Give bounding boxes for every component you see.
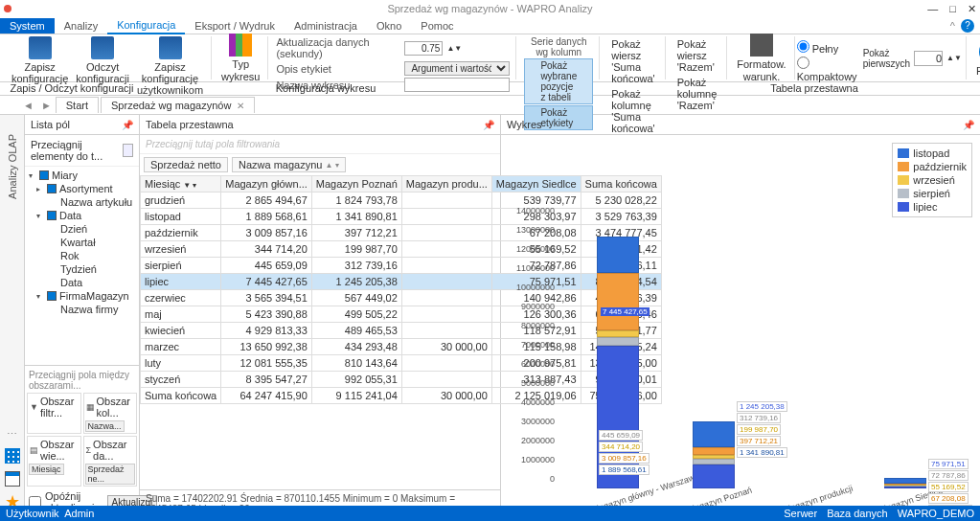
- pivot-cell[interactable]: [401, 193, 491, 209]
- pivot-cell[interactable]: 992 055,31: [311, 372, 401, 388]
- pivot-cell[interactable]: 3 009 857,16: [221, 225, 312, 241]
- menu-analizy[interactable]: Analizy: [55, 18, 107, 34]
- pivot-cell[interactable]: [401, 274, 491, 290]
- pivot-rowfield[interactable]: Miesiąc ▼ ▾: [141, 176, 221, 193]
- help-icon[interactable]: ?: [961, 19, 974, 33]
- pivot-cell[interactable]: 810 143,64: [311, 355, 401, 372]
- update-seconds-input[interactable]: [404, 41, 443, 56]
- pivot-colfield-chip[interactable]: Nazwa magazynu ▲ ▾: [232, 157, 346, 172]
- radio-full[interactable]: Pełny: [797, 40, 857, 55]
- pivot-row-label[interactable]: sierpień: [141, 258, 221, 274]
- pivot-cell[interactable]: 1 341 890,81: [311, 209, 401, 225]
- pivot-col-header[interactable]: Magazyn Poznań: [311, 176, 401, 193]
- tree-node[interactable]: ▾Data: [25, 209, 139, 222]
- pivot-row-label[interactable]: luty: [141, 355, 221, 372]
- fields-layout-icon[interactable]: [123, 144, 133, 157]
- pivot-row-label[interactable]: maj: [141, 306, 221, 323]
- menu-administracja[interactable]: Administracja: [285, 18, 367, 34]
- tree-node[interactable]: Tydzień: [25, 262, 139, 276]
- pivot-cell[interactable]: [401, 209, 491, 225]
- pivot-row-label[interactable]: styczeń: [141, 372, 221, 388]
- pivot-cell[interactable]: 4 929 813,33: [221, 323, 312, 339]
- minimize-icon[interactable]: —: [927, 3, 938, 15]
- tree-node[interactable]: Nazwa artykułu: [25, 195, 139, 209]
- label-desc-select[interactable]: Argument i wartość: [404, 61, 510, 76]
- tab-close-icon[interactable]: ✕: [237, 101, 244, 111]
- pivot-cell[interactable]: 64 247 415,90: [221, 388, 312, 404]
- pivot-cell[interactable]: 8 395 547,27: [221, 372, 312, 388]
- tree-node[interactable]: Kwartał: [25, 236, 139, 249]
- pivot-row-label[interactable]: marzec: [141, 339, 221, 355]
- pivot-cell[interactable]: 1 245 205,38: [311, 274, 401, 290]
- show-row-total[interactable]: Pokaż wiersz 'Razem': [677, 38, 718, 73]
- chart-type-button[interactable]: Typ wykresu: [217, 34, 263, 81]
- pivot-row-label[interactable]: Suma końcowa: [141, 388, 221, 404]
- show-row-sum[interactable]: Pokaż wiersz 'Suma końcowa': [611, 38, 655, 84]
- pivot-col-header[interactable]: Magazyn główn...: [221, 176, 312, 193]
- pivot-cell[interactable]: 312 739,16: [311, 258, 401, 274]
- tree-node[interactable]: ▸Asortyment: [25, 182, 139, 195]
- sidebar-olap-label[interactable]: Analizy OLAP: [7, 134, 18, 199]
- sidebar-grid-icon[interactable]: [5, 448, 20, 464]
- sidebar-dots-icon[interactable]: ⋯: [7, 428, 17, 441]
- area-data-chip[interactable]: Sprzedaż ne...: [85, 464, 136, 485]
- pivot-pin-icon[interactable]: 📌: [483, 120, 494, 130]
- pivot-cell[interactable]: [401, 290, 491, 306]
- pivot-cell[interactable]: 489 465,53: [311, 323, 401, 339]
- pivot-cell[interactable]: 434 293,48: [311, 339, 401, 355]
- pin-icon[interactable]: 📌: [122, 120, 133, 130]
- tree-node[interactable]: Data: [25, 276, 139, 289]
- pivot-cell[interactable]: [401, 225, 491, 241]
- pivot-row-label[interactable]: październik: [141, 225, 221, 241]
- pivot-cell[interactable]: [401, 306, 491, 323]
- show-first-input[interactable]: [914, 51, 943, 66]
- pivot-measure-chip[interactable]: Sprzedaż netto: [144, 157, 228, 172]
- area-cols-chip[interactable]: Nazwa...: [85, 420, 125, 432]
- help-button[interactable]: ?Pomoc: [972, 38, 980, 77]
- cond-format-button[interactable]: Formatow. warunk.: [733, 34, 789, 81]
- maximize-icon[interactable]: □: [949, 3, 956, 15]
- pivot-filter-hint[interactable]: Przeciągnij tutaj pola filtrowania: [140, 135, 500, 154]
- area-rows[interactable]: ▤ Obszar wie...: [29, 438, 80, 463]
- radio-compact[interactable]: Kompaktowy: [797, 57, 857, 82]
- system-menu[interactable]: System: [0, 18, 55, 34]
- area-cols[interactable]: ▦ Obszar kol...: [85, 395, 136, 419]
- pivot-cell[interactable]: [401, 241, 491, 258]
- pivot-row-label[interactable]: kwiecień: [141, 323, 221, 339]
- pivot-cell[interactable]: [401, 258, 491, 274]
- pivot-col-header[interactable]: Magazyn produ...: [401, 176, 491, 193]
- pivot-cell[interactable]: 567 449,02: [311, 290, 401, 306]
- pivot-cell[interactable]: [401, 355, 491, 372]
- menu-okno[interactable]: Okno: [367, 18, 411, 34]
- pivot-cell[interactable]: 2 865 494,67: [221, 193, 312, 209]
- pivot-cell[interactable]: 30 000,00: [401, 388, 491, 404]
- tree-node[interactable]: ▾FirmaMagazyn: [25, 289, 139, 303]
- close-icon[interactable]: ✕: [968, 3, 976, 15]
- pivot-cell[interactable]: 12 081 555,35: [221, 355, 312, 372]
- pivot-cell[interactable]: [401, 372, 491, 388]
- tab-start[interactable]: Start: [56, 97, 99, 113]
- pivot-cell[interactable]: 1 824 793,78: [311, 193, 401, 209]
- tree-node[interactable]: Dzień: [25, 222, 139, 236]
- pivot-cell[interactable]: 13 650 992,38: [221, 339, 312, 355]
- pivot-cell[interactable]: 1 889 568,61: [221, 209, 312, 225]
- chart-pin-icon[interactable]: 📌: [963, 120, 974, 130]
- pivot-cell[interactable]: 30 000,00: [401, 339, 491, 355]
- tab-prev-icon[interactable]: ◄: [19, 100, 37, 111]
- pivot-cell[interactable]: 499 505,22: [311, 306, 401, 323]
- pivot-cell[interactable]: 199 987,70: [311, 241, 401, 258]
- show-selected-button[interactable]: Pokaż wybrane pozycje z tabeli: [524, 58, 593, 104]
- area-filter[interactable]: ▼ Obszar filtr...: [29, 395, 80, 419]
- collapse-ribbon-icon[interactable]: ^: [950, 20, 955, 32]
- tree-node[interactable]: ▾Miary: [25, 169, 139, 182]
- sidebar-table-icon[interactable]: [5, 471, 20, 487]
- pivot-row-label[interactable]: czerwiec: [141, 290, 221, 306]
- pivot-row-label[interactable]: wrzesień: [141, 241, 221, 258]
- pivot-cell[interactable]: 9 115 241,04: [311, 388, 401, 404]
- tab-next-icon[interactable]: ►: [37, 100, 56, 111]
- area-data[interactable]: Σ Obszar da...: [85, 438, 136, 463]
- tree-node[interactable]: Nazwa firmy: [25, 303, 139, 316]
- tree-node[interactable]: Rok: [25, 249, 139, 262]
- menu-pomoc[interactable]: Pomoc: [411, 18, 463, 34]
- pivot-cell[interactable]: 7 445 427,65: [221, 274, 312, 290]
